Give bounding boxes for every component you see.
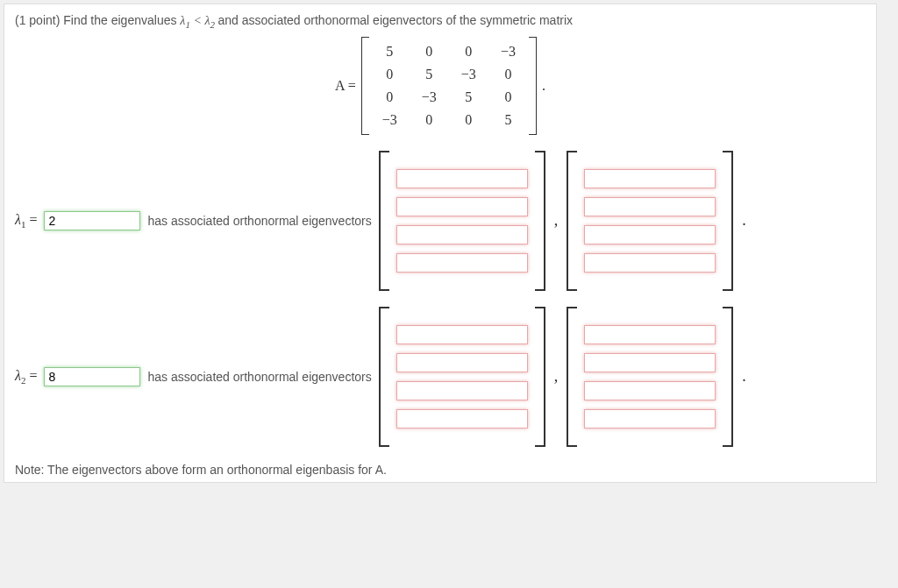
- matrix-display: A = 5 0 0 −3 0 5 −3 0: [15, 37, 866, 135]
- vec2b-input-2[interactable]: [584, 353, 716, 372]
- matrix-cell: 5: [370, 40, 410, 63]
- matrix-cell: 0: [370, 86, 410, 109]
- vector-1b: [567, 151, 733, 291]
- matrix-cell: 0: [488, 86, 528, 109]
- vec1a-input-2[interactable]: [396, 197, 528, 216]
- vec2b-input-3[interactable]: [584, 381, 716, 400]
- lambda1-input[interactable]: [44, 211, 140, 230]
- matrix-cell: 0: [410, 109, 449, 131]
- matrix-cell: −3: [370, 109, 410, 131]
- matrix-cell: 0: [410, 40, 449, 63]
- period-1: .: [738, 211, 750, 230]
- vec2a-input-1[interactable]: [396, 325, 528, 344]
- matrix-cell: −3: [410, 86, 449, 109]
- prompt-inequality: λ1 < λ2: [180, 14, 217, 27]
- vector-2b: [567, 307, 733, 447]
- matrix-cell: 5: [449, 86, 488, 109]
- matrix-cell: 5: [410, 63, 449, 86]
- note-content: Note: The eigenvectors above form an ort…: [15, 463, 387, 477]
- matrix-cell: −3: [488, 40, 528, 63]
- vec2b-input-1[interactable]: [584, 325, 716, 344]
- eigenvectors-1: , .: [379, 151, 750, 291]
- lambda2-text: has associated orthonormal eigenvectors: [147, 370, 371, 384]
- vec1b-input-1[interactable]: [584, 169, 716, 188]
- lambda1-label: λ1 =: [15, 212, 37, 230]
- vec1a-input-4[interactable]: [396, 253, 528, 273]
- comma-2: ,: [551, 367, 562, 386]
- vec2a-input-3[interactable]: [396, 381, 528, 400]
- matrix-cell: 0: [449, 109, 488, 131]
- note-text: Note: The eigenvectors above form an ort…: [15, 463, 866, 477]
- vec2a-input-4[interactable]: [396, 409, 528, 429]
- matrix-cell: 0: [370, 63, 410, 86]
- eigen-row-2: λ2 = has associated orthonormal eigenvec…: [15, 307, 866, 447]
- vec1b-input-4[interactable]: [584, 253, 716, 273]
- prompt-text-after: and associated orthonormal eigenvectors …: [217, 13, 573, 27]
- problem-prompt: (1 point) Find the eigenvalues λ1 < λ2 a…: [15, 13, 866, 30]
- problem-container: (1 point) Find the eigenvalues λ1 < λ2 a…: [4, 4, 877, 483]
- vector-1a: [379, 151, 545, 291]
- vec2a-input-2[interactable]: [396, 353, 528, 372]
- eigenvectors-2: , .: [379, 307, 750, 447]
- vec1a-input-1[interactable]: [396, 169, 528, 188]
- points-label: (1 point): [15, 13, 60, 27]
- lambda2-label: λ2 =: [15, 368, 37, 386]
- vec2b-input-4[interactable]: [584, 409, 716, 429]
- matrix-A: 5 0 0 −3 0 5 −3 0 0 −3 5: [361, 37, 537, 135]
- period-2: .: [738, 367, 750, 386]
- eigen-row-1: λ1 = has associated orthonormal eigenvec…: [15, 151, 866, 291]
- matrix-cell: −3: [449, 63, 488, 86]
- matrix-label: A =: [335, 78, 356, 94]
- matrix-cell: 0: [488, 63, 528, 86]
- matrix-period: .: [542, 78, 545, 94]
- vector-2a: [379, 307, 545, 447]
- vec1a-input-3[interactable]: [396, 225, 528, 244]
- comma-1: ,: [551, 211, 562, 230]
- matrix-cell: 5: [488, 109, 528, 131]
- vec1b-input-2[interactable]: [584, 197, 716, 216]
- vec1b-input-3[interactable]: [584, 225, 716, 244]
- lambda1-text: has associated orthonormal eigenvectors: [147, 214, 371, 228]
- lambda2-input[interactable]: [44, 367, 140, 386]
- matrix-cell: 0: [449, 40, 488, 63]
- prompt-text-before: Find the eigenvalues: [63, 13, 176, 27]
